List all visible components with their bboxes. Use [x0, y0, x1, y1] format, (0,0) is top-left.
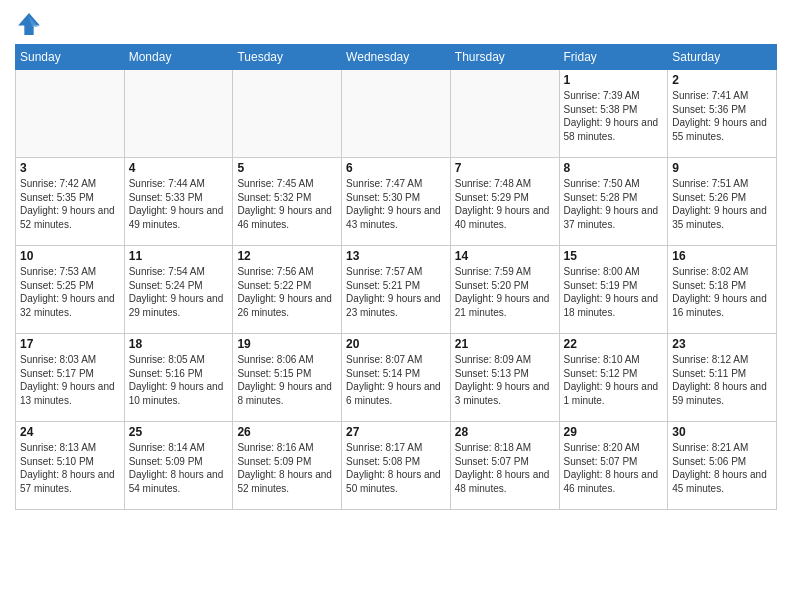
day-info: Sunrise: 7:41 AMSunset: 5:36 PMDaylight:… [672, 89, 772, 143]
day-info: Sunrise: 8:09 AMSunset: 5:13 PMDaylight:… [455, 353, 555, 407]
day-number: 19 [237, 337, 337, 351]
calendar-day-cell: 24Sunrise: 8:13 AMSunset: 5:10 PMDayligh… [16, 422, 125, 510]
day-info: Sunrise: 7:44 AMSunset: 5:33 PMDaylight:… [129, 177, 229, 231]
day-number: 1 [564, 73, 664, 87]
day-number: 15 [564, 249, 664, 263]
calendar-day-cell: 2Sunrise: 7:41 AMSunset: 5:36 PMDaylight… [668, 70, 777, 158]
day-info: Sunrise: 8:00 AMSunset: 5:19 PMDaylight:… [564, 265, 664, 319]
calendar-day-cell: 25Sunrise: 8:14 AMSunset: 5:09 PMDayligh… [124, 422, 233, 510]
day-info: Sunrise: 8:07 AMSunset: 5:14 PMDaylight:… [346, 353, 446, 407]
day-number: 13 [346, 249, 446, 263]
day-number: 18 [129, 337, 229, 351]
day-number: 3 [20, 161, 120, 175]
day-info: Sunrise: 8:20 AMSunset: 5:07 PMDaylight:… [564, 441, 664, 495]
day-info: Sunrise: 7:50 AMSunset: 5:28 PMDaylight:… [564, 177, 664, 231]
day-number: 16 [672, 249, 772, 263]
day-number: 10 [20, 249, 120, 263]
day-info: Sunrise: 8:05 AMSunset: 5:16 PMDaylight:… [129, 353, 229, 407]
logo-icon [15, 10, 43, 38]
day-number: 14 [455, 249, 555, 263]
calendar-day-cell: 11Sunrise: 7:54 AMSunset: 5:24 PMDayligh… [124, 246, 233, 334]
header [15, 10, 777, 38]
day-number: 5 [237, 161, 337, 175]
day-info: Sunrise: 8:14 AMSunset: 5:09 PMDaylight:… [129, 441, 229, 495]
calendar-day-cell: 16Sunrise: 8:02 AMSunset: 5:18 PMDayligh… [668, 246, 777, 334]
day-number: 30 [672, 425, 772, 439]
day-number: 21 [455, 337, 555, 351]
day-number: 20 [346, 337, 446, 351]
calendar-day-cell: 22Sunrise: 8:10 AMSunset: 5:12 PMDayligh… [559, 334, 668, 422]
calendar-day-cell: 30Sunrise: 8:21 AMSunset: 5:06 PMDayligh… [668, 422, 777, 510]
day-number: 27 [346, 425, 446, 439]
day-info: Sunrise: 8:13 AMSunset: 5:10 PMDaylight:… [20, 441, 120, 495]
day-info: Sunrise: 7:42 AMSunset: 5:35 PMDaylight:… [20, 177, 120, 231]
day-info: Sunrise: 7:51 AMSunset: 5:26 PMDaylight:… [672, 177, 772, 231]
day-info: Sunrise: 8:18 AMSunset: 5:07 PMDaylight:… [455, 441, 555, 495]
day-info: Sunrise: 7:53 AMSunset: 5:25 PMDaylight:… [20, 265, 120, 319]
day-info: Sunrise: 8:10 AMSunset: 5:12 PMDaylight:… [564, 353, 664, 407]
day-info: Sunrise: 8:21 AMSunset: 5:06 PMDaylight:… [672, 441, 772, 495]
day-number: 6 [346, 161, 446, 175]
calendar-day-cell: 17Sunrise: 8:03 AMSunset: 5:17 PMDayligh… [16, 334, 125, 422]
day-number: 24 [20, 425, 120, 439]
day-info: Sunrise: 8:02 AMSunset: 5:18 PMDaylight:… [672, 265, 772, 319]
weekday-header-thursday: Thursday [450, 45, 559, 70]
calendar-day-cell: 1Sunrise: 7:39 AMSunset: 5:38 PMDaylight… [559, 70, 668, 158]
day-number: 8 [564, 161, 664, 175]
day-number: 12 [237, 249, 337, 263]
calendar-day-cell: 12Sunrise: 7:56 AMSunset: 5:22 PMDayligh… [233, 246, 342, 334]
day-number: 23 [672, 337, 772, 351]
calendar-day-cell: 4Sunrise: 7:44 AMSunset: 5:33 PMDaylight… [124, 158, 233, 246]
calendar-day-cell [124, 70, 233, 158]
day-info: Sunrise: 8:06 AMSunset: 5:15 PMDaylight:… [237, 353, 337, 407]
day-number: 7 [455, 161, 555, 175]
logo [15, 10, 47, 38]
day-number: 9 [672, 161, 772, 175]
calendar-day-cell: 5Sunrise: 7:45 AMSunset: 5:32 PMDaylight… [233, 158, 342, 246]
calendar-day-cell: 13Sunrise: 7:57 AMSunset: 5:21 PMDayligh… [342, 246, 451, 334]
calendar-day-cell: 27Sunrise: 8:17 AMSunset: 5:08 PMDayligh… [342, 422, 451, 510]
calendar-day-cell [16, 70, 125, 158]
day-number: 28 [455, 425, 555, 439]
calendar-day-cell [342, 70, 451, 158]
calendar-day-cell: 29Sunrise: 8:20 AMSunset: 5:07 PMDayligh… [559, 422, 668, 510]
day-number: 4 [129, 161, 229, 175]
calendar-week-row: 24Sunrise: 8:13 AMSunset: 5:10 PMDayligh… [16, 422, 777, 510]
calendar-day-cell: 23Sunrise: 8:12 AMSunset: 5:11 PMDayligh… [668, 334, 777, 422]
calendar-header-row: SundayMondayTuesdayWednesdayThursdayFrid… [16, 45, 777, 70]
calendar-day-cell: 14Sunrise: 7:59 AMSunset: 5:20 PMDayligh… [450, 246, 559, 334]
day-info: Sunrise: 7:56 AMSunset: 5:22 PMDaylight:… [237, 265, 337, 319]
day-info: Sunrise: 8:03 AMSunset: 5:17 PMDaylight:… [20, 353, 120, 407]
weekday-header-monday: Monday [124, 45, 233, 70]
day-number: 22 [564, 337, 664, 351]
day-info: Sunrise: 7:54 AMSunset: 5:24 PMDaylight:… [129, 265, 229, 319]
day-info: Sunrise: 8:16 AMSunset: 5:09 PMDaylight:… [237, 441, 337, 495]
calendar-day-cell: 9Sunrise: 7:51 AMSunset: 5:26 PMDaylight… [668, 158, 777, 246]
day-info: Sunrise: 7:45 AMSunset: 5:32 PMDaylight:… [237, 177, 337, 231]
calendar-day-cell: 15Sunrise: 8:00 AMSunset: 5:19 PMDayligh… [559, 246, 668, 334]
day-info: Sunrise: 7:39 AMSunset: 5:38 PMDaylight:… [564, 89, 664, 143]
calendar-day-cell: 3Sunrise: 7:42 AMSunset: 5:35 PMDaylight… [16, 158, 125, 246]
day-info: Sunrise: 8:12 AMSunset: 5:11 PMDaylight:… [672, 353, 772, 407]
weekday-header-wednesday: Wednesday [342, 45, 451, 70]
day-info: Sunrise: 7:47 AMSunset: 5:30 PMDaylight:… [346, 177, 446, 231]
weekday-header-tuesday: Tuesday [233, 45, 342, 70]
weekday-header-sunday: Sunday [16, 45, 125, 70]
day-number: 11 [129, 249, 229, 263]
day-info: Sunrise: 8:17 AMSunset: 5:08 PMDaylight:… [346, 441, 446, 495]
calendar-day-cell: 8Sunrise: 7:50 AMSunset: 5:28 PMDaylight… [559, 158, 668, 246]
calendar-day-cell: 18Sunrise: 8:05 AMSunset: 5:16 PMDayligh… [124, 334, 233, 422]
calendar-week-row: 1Sunrise: 7:39 AMSunset: 5:38 PMDaylight… [16, 70, 777, 158]
day-info: Sunrise: 7:59 AMSunset: 5:20 PMDaylight:… [455, 265, 555, 319]
page: SundayMondayTuesdayWednesdayThursdayFrid… [0, 0, 792, 525]
day-number: 29 [564, 425, 664, 439]
calendar-day-cell: 7Sunrise: 7:48 AMSunset: 5:29 PMDaylight… [450, 158, 559, 246]
day-number: 17 [20, 337, 120, 351]
day-number: 2 [672, 73, 772, 87]
calendar-day-cell: 20Sunrise: 8:07 AMSunset: 5:14 PMDayligh… [342, 334, 451, 422]
calendar-week-row: 3Sunrise: 7:42 AMSunset: 5:35 PMDaylight… [16, 158, 777, 246]
calendar-day-cell: 19Sunrise: 8:06 AMSunset: 5:15 PMDayligh… [233, 334, 342, 422]
day-number: 25 [129, 425, 229, 439]
weekday-header-saturday: Saturday [668, 45, 777, 70]
calendar-day-cell [233, 70, 342, 158]
